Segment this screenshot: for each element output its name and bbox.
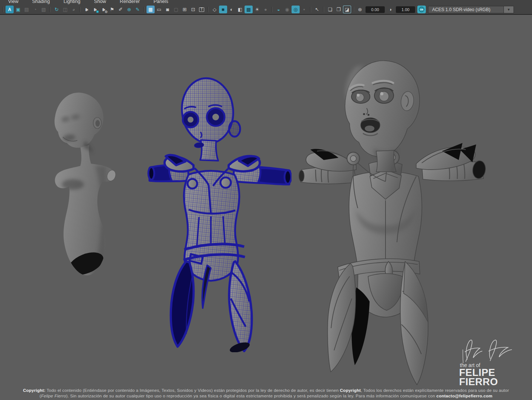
menu-renderer[interactable]: Renderer [120, 0, 140, 5]
layers-icon[interactable]: ▤ [23, 6, 31, 13]
chevron-down-icon[interactable]: ▼ [504, 6, 514, 13]
field-chart-icon[interactable]: ⊞ [181, 6, 189, 13]
toolbar-separator [208, 7, 209, 12]
model-base-sculpt [51, 92, 125, 277]
toolbar-separator [310, 7, 311, 12]
toolbar-separator [3, 7, 4, 12]
colorspace-dropdown[interactable]: ACES 1.0 SDR-video (sRGB) ▼ [428, 6, 514, 13]
motion-blur-icon[interactable]: ▪ [300, 6, 308, 13]
grease-pencil-icon[interactable]: ✐ [117, 6, 125, 13]
panel-menubar: View Shading Lighting Show Renderer Pane… [0, 0, 532, 5]
panel-toolbar: A ▣ ▤ ◔ ▧ ↻ ◫ ◕ ▮◂ ▮◂ ▮◂⚙ ⚑ ✐ ⊕ ✎ ▦ ▭ ◙ … [0, 5, 532, 15]
toolbar-separator [50, 7, 51, 12]
pie-chart-icon[interactable]: ◔ [31, 6, 39, 13]
shadows-icon[interactable]: ● [262, 6, 270, 13]
exposure-field[interactable]: 0.00 [366, 6, 385, 13]
safe-action-icon[interactable]: ⊡ [189, 6, 197, 13]
toolbar-separator [323, 7, 324, 12]
bookmark-icon[interactable]: ⚑ [108, 6, 116, 13]
toolbar-separator [272, 7, 273, 12]
camera-settings-icon[interactable]: ▮◂⚙ [100, 6, 108, 13]
ambient-occlusion-icon[interactable]: ◎ [292, 6, 300, 13]
artist-logo: the art of FELIPE FIERRO [459, 337, 515, 387]
gear-badge-icon: ⚙ [105, 10, 108, 14]
shaded-textured-icon[interactable]: ◐ [228, 6, 236, 13]
menu-view[interactable]: View [8, 0, 18, 5]
menu-panels[interactable]: Panels [154, 0, 168, 5]
viewport-3d[interactable]: the art of FELIPE FIERRO Copyright: Todo… [0, 15, 532, 399]
copyright-notice: Copyright: Todo el contenido (Entiéndase… [0, 387, 532, 399]
pie-icon[interactable]: ◕ [70, 6, 78, 13]
pencil-tool-icon[interactable]: ✎ [134, 6, 142, 13]
toolbar-separator [353, 7, 354, 12]
depth-of-field-icon[interactable]: ◉ [283, 6, 291, 13]
wireframe-mode-icon[interactable]: ◇ [211, 6, 219, 13]
gamma-icon[interactable]: ◑ [386, 6, 394, 13]
film-gate-icon[interactable]: ▭ [155, 6, 163, 13]
exposure-icon[interactable]: ⊛ [356, 6, 364, 13]
toolbar-separator [80, 7, 81, 12]
gamma-field[interactable]: 1.00 [396, 6, 415, 13]
model-final-sculpt [294, 54, 486, 389]
select-camera-icon[interactable]: ▣ [14, 6, 22, 13]
lock-camera-icon[interactable]: ▮◂ [91, 6, 99, 13]
all-lights-icon[interactable]: ☀ [253, 6, 261, 13]
copyright-line1: Copyright: Todo el contenido (Entiéndase… [0, 387, 532, 393]
isolate-select-icon[interactable]: ❏ [326, 6, 334, 13]
grid-toggle-icon[interactable]: ▦ [147, 6, 155, 13]
gate-mask-icon[interactable]: ▢ [172, 6, 180, 13]
image-plane-icon[interactable]: ◪ [343, 6, 351, 13]
shaded-mode-icon[interactable]: ■ [219, 6, 227, 13]
ground-shadow-icon[interactable]: ◒ [275, 6, 283, 13]
locator-tool-icon[interactable]: ⊕ [125, 6, 133, 13]
use-default-material-icon[interactable]: ▩ [245, 6, 253, 13]
signature [459, 337, 515, 364]
resolution-gate-icon[interactable]: ◙ [164, 6, 172, 13]
lock-badge-icon [96, 10, 99, 13]
maya-viewport-window: View Shading Lighting Show Renderer Pane… [0, 0, 532, 400]
camera-attributes-icon[interactable]: A [6, 6, 14, 13]
logo-name-line2: FIERRO [459, 377, 515, 387]
toolbar-separator [144, 7, 145, 12]
select-object-icon[interactable]: ↖ [313, 6, 321, 13]
copyright-line2: (Felipe Fierro). Sin autorización de su … [0, 393, 532, 399]
isolate-add-icon[interactable]: ❐ [334, 6, 343, 13]
camera-icon[interactable]: ▮◂ [83, 6, 91, 13]
graph-icon[interactable]: ▧ [40, 6, 48, 13]
colorspace-value: ACES 1.0 SDR-video (sRGB) [428, 6, 504, 13]
safe-title-icon[interactable]: T [198, 6, 206, 13]
model-wireframe-retopo [147, 73, 292, 352]
menu-shading[interactable]: Shading [32, 0, 50, 5]
textured-mode-icon[interactable]: ◧ [236, 6, 244, 13]
vr-view-icon[interactable]: ↻ [53, 6, 61, 13]
menu-lighting[interactable]: Lighting [64, 0, 81, 5]
color-management-on-button[interactable]: ON [417, 6, 426, 13]
split-view-icon[interactable]: ◫ [61, 6, 69, 13]
menu-show[interactable]: Show [94, 0, 106, 5]
